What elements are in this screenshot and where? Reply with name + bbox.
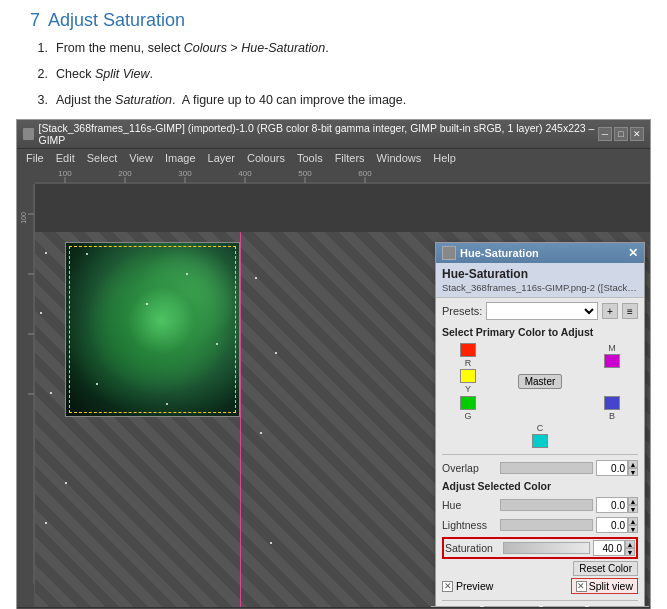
maximize-button[interactable]: □ (614, 127, 628, 141)
heading-text: Adjust Saturation (48, 10, 185, 31)
menu-select[interactable]: Select (82, 151, 123, 165)
dialog-titlebar: Hue-Saturation ✕ (436, 243, 644, 263)
dialog-body: Presets: + ≡ Select Primary Color to Adj… (436, 298, 644, 607)
saturation-up[interactable]: ▲ (625, 540, 635, 548)
color-picker-area: R M Y (442, 343, 638, 448)
adjust-color-title: Adjust Selected Color (442, 480, 638, 492)
preview-checkbox[interactable]: ✕ (442, 581, 453, 592)
dialog-icon (442, 246, 456, 260)
titlebar-left: [Stack_368frames_116s-GIMP] (imported)-1… (23, 122, 598, 146)
color-g-col: G (460, 396, 476, 421)
dialog-header: Hue-Saturation Stack_368frames_116s-GIMP… (436, 263, 644, 298)
lightness-down[interactable]: ▼ (628, 525, 638, 533)
saturation-slider[interactable] (503, 542, 590, 554)
heading-number: 7 (30, 10, 40, 31)
preview-label: Preview (456, 580, 493, 592)
help-button[interactable]: Help (431, 606, 480, 607)
saturation-down[interactable]: ▼ (625, 548, 635, 556)
reset-button[interactable]: Reset (484, 606, 539, 607)
step-3-italic: Saturation (115, 93, 172, 107)
section-heading: 7 Adjust Saturation (30, 10, 637, 31)
svg-text:300: 300 (178, 169, 192, 178)
color-b-label: B (609, 411, 615, 421)
dialog-buttons: Help Reset OK Cancel (442, 600, 638, 607)
minimize-button[interactable]: ─ (598, 127, 612, 141)
step-3-text: Adjust the Saturation. A figure up to 40… (56, 93, 406, 107)
menu-help[interactable]: Help (428, 151, 461, 165)
ruler-corner (17, 166, 35, 184)
split-view-checkbox[interactable]: ✕ (576, 581, 587, 592)
titlebar-controls: ─ □ ✕ (598, 127, 644, 141)
reset-color-button[interactable]: Reset Color (573, 561, 638, 576)
overlap-label: Overlap (442, 462, 497, 474)
hue-slider[interactable] (500, 499, 593, 511)
saturation-value[interactable]: 40.0 (593, 540, 625, 556)
lightness-slider[interactable] (500, 519, 593, 531)
menu-edit[interactable]: Edit (51, 151, 80, 165)
hue-row: Hue 0.0 ▲ ▼ (442, 497, 638, 513)
preview-check: ✕ Preview (442, 580, 493, 592)
color-c-button[interactable] (532, 434, 548, 448)
color-c-col: C (532, 423, 548, 448)
hue-value[interactable]: 0.0 (596, 497, 628, 513)
gimp-app-icon (23, 128, 34, 140)
hue-down[interactable]: ▼ (628, 505, 638, 513)
presets-label: Presets: (442, 305, 482, 317)
menu-filters[interactable]: Filters (330, 151, 370, 165)
slider-section: Overlap 0.0 ▲ ▼ Adjust Selected Color Hu… (442, 454, 638, 559)
hue-label: Hue (442, 499, 497, 511)
menu-image[interactable]: Image (160, 151, 201, 165)
gimp-canvas: Hue-Saturation ✕ Hue-Saturation Stack_36… (35, 232, 650, 607)
svg-text:100: 100 (20, 212, 27, 224)
color-g-button[interactable] (460, 396, 476, 410)
star (45, 522, 47, 524)
color-b-button[interactable] (604, 396, 620, 410)
star (45, 252, 47, 254)
cancel-button[interactable]: Cancel (589, 606, 649, 607)
overlap-up[interactable]: ▲ (628, 460, 638, 468)
dialog-header-sub: Stack_368frames_116s-GIMP.png-2 ([Stack_… (442, 282, 638, 293)
overlap-slider[interactable] (500, 462, 593, 474)
menu-tools[interactable]: Tools (292, 151, 328, 165)
overlap-value[interactable]: 0.0 (596, 460, 628, 476)
svg-text:100: 100 (58, 169, 72, 178)
star (275, 352, 277, 354)
gimp-titlebar: [Stack_368frames_116s-GIMP] (imported)-1… (17, 120, 650, 149)
lightness-up[interactable]: ▲ (628, 517, 638, 525)
menu-layer[interactable]: Layer (203, 151, 241, 165)
select-color-title: Select Primary Color to Adjust (442, 326, 638, 338)
overlap-spin: ▲ ▼ (628, 460, 638, 476)
presets-row: Presets: + ≡ (442, 302, 638, 320)
presets-select[interactable] (486, 302, 598, 320)
overlap-down[interactable]: ▼ (628, 468, 638, 476)
menu-view[interactable]: View (124, 151, 158, 165)
canvas-image (65, 242, 240, 417)
color-c-label: C (537, 423, 544, 433)
step-2-text: Check Split View. (56, 67, 153, 81)
step-3: Adjust the Saturation. A figure up to 40… (30, 93, 637, 107)
document-area: 7 Adjust Saturation From the menu, selec… (0, 0, 667, 107)
color-y-label: Y (465, 384, 471, 394)
presets-menu-btn[interactable]: ≡ (622, 303, 638, 319)
split-view-button[interactable]: ✕ Split view (571, 578, 638, 594)
menu-windows[interactable]: Windows (372, 151, 427, 165)
lightness-row: Lightness 0.0 ▲ ▼ (442, 517, 638, 533)
menu-file[interactable]: File (21, 151, 49, 165)
menu-colours[interactable]: Colours (242, 151, 290, 165)
lightness-value[interactable]: 0.0 (596, 517, 628, 533)
svg-text:200: 200 (118, 169, 132, 178)
color-y-button[interactable] (460, 369, 476, 383)
close-button[interactable]: ✕ (630, 127, 644, 141)
presets-add-btn[interactable]: + (602, 303, 618, 319)
master-button[interactable]: Master (518, 374, 563, 389)
color-m-button[interactable] (604, 354, 620, 368)
hue-up[interactable]: ▲ (628, 497, 638, 505)
color-r-button[interactable] (460, 343, 476, 357)
split-view-line (240, 232, 241, 607)
saturation-spin: ▲ ▼ (625, 540, 635, 556)
color-r-label: R (465, 358, 472, 368)
ok-button[interactable]: OK (543, 606, 585, 607)
dialog-close-button[interactable]: ✕ (628, 246, 638, 260)
preview-row: ✕ Preview ✕ Split view (442, 578, 638, 594)
reset-color-area: Reset Color (442, 561, 638, 576)
